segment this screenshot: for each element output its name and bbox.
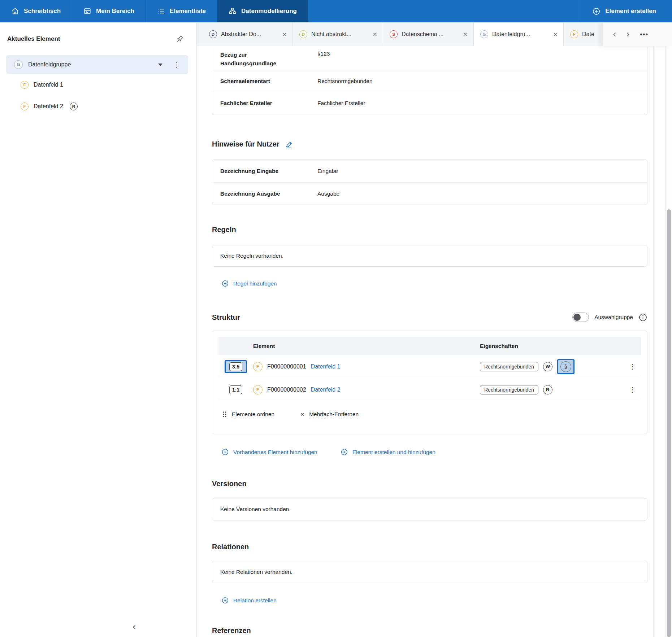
field-type-icon: F: [253, 385, 263, 394]
table-row: Bezeichnung Eingabe Eingabe: [212, 160, 647, 183]
kebab-menu-icon[interactable]: ⋮: [629, 386, 636, 393]
section-heading-hinweise: Hinweise für Nutzer: [212, 139, 647, 149]
paragraph-badge: §: [560, 361, 571, 372]
order-elements-label: Elemente ordnen: [232, 411, 274, 418]
auswahlgruppe-toggle-group: Auswahlgruppe: [572, 313, 647, 322]
create-and-add-label: Element erstellen und hinzufügen: [352, 449, 435, 455]
scrollbar-thumb[interactable]: [667, 209, 671, 637]
property-value: Eingabe: [317, 168, 338, 174]
table-row: 3:5 F F00000000001 Datenfeld 1 Rechtsnor…: [218, 355, 641, 378]
sidebar-item-datenfeld-1[interactable]: F Datenfeld 1: [21, 81, 63, 89]
multiplicity-highlight[interactable]: 3:5: [225, 360, 247, 373]
tree-item-label: Datenfeld 1: [34, 82, 63, 88]
workspace-icon: [83, 7, 91, 15]
tab-content: Bezug zur Handlungsgrundlage §123 Schema…: [197, 47, 654, 637]
close-icon[interactable]: ×: [282, 31, 287, 38]
element-cell: F F00000000001 Datenfeld 1: [253, 362, 480, 371]
field-type-icon: F: [21, 102, 29, 110]
property-value: §123: [317, 51, 330, 57]
auswahlgruppe-toggle[interactable]: [572, 313, 589, 322]
multi-remove-button[interactable]: × Mehrfach-Entfernen: [300, 411, 359, 418]
property-label: Schemaelementart: [220, 77, 317, 86]
create-element-label: Element erstellen: [605, 8, 656, 15]
tab-abstrakter-do[interactable]: D Abstrakter Do... ×: [203, 22, 293, 46]
order-elements-button[interactable]: Elemente ordnen: [222, 411, 274, 418]
tabs-scroll-right-icon[interactable]: ›: [627, 30, 630, 39]
tab-strip: D Abstrakter Do... × D Nicht abstrakt...…: [197, 22, 672, 46]
regeln-empty-box: Keine Regeln vorhanden.: [212, 245, 647, 267]
row-actions-cell: ⋮: [624, 363, 641, 370]
element-link[interactable]: Datenfeld 2: [311, 387, 341, 393]
vertical-scrollbar[interactable]: [666, 47, 672, 637]
list-icon: [157, 7, 165, 15]
section-title: Relationen: [212, 542, 249, 552]
section-title: Referenzen: [212, 625, 251, 636]
section-title: Versionen: [212, 479, 247, 489]
paragraph-badge-highlight[interactable]: §: [557, 359, 575, 374]
circle-plus-icon: [221, 597, 229, 604]
tab-nicht-abstrakt[interactable]: D Nicht abstrakt... ×: [293, 22, 383, 46]
element-link[interactable]: Datenfeld 1: [311, 363, 341, 370]
multiplicity-badge: 1:1: [229, 385, 242, 394]
property-value: Fachlicher Ersteller: [317, 100, 365, 106]
section-heading-referenzen: Referenzen: [212, 625, 647, 636]
struktur-footer: Elemente ordnen × Mehrfach-Entfernen: [218, 401, 641, 418]
tabs-scroll-left-icon[interactable]: ‹: [613, 30, 616, 39]
chevron-down-icon[interactable]: [158, 64, 162, 66]
nav-item-datenmodellierung[interactable]: Datenmodellierung: [217, 0, 308, 22]
tree-item-label: Datenfeld 2: [34, 103, 63, 110]
tab-datenfeld-cut[interactable]: F Date: [564, 22, 604, 46]
top-navigation: Schreibtisch Mein Bereich Elementliste D…: [0, 0, 672, 22]
struktur-table-header: Element Eigenschaften: [218, 337, 641, 355]
nav-label: Datenmodellierung: [241, 8, 297, 15]
pin-icon[interactable]: [175, 35, 184, 44]
tabs-overflow-icon[interactable]: •••: [640, 30, 648, 38]
add-existing-element-button[interactable]: Vorhandenes Element hinzufügen: [212, 448, 317, 456]
close-icon[interactable]: ×: [553, 31, 558, 38]
properties-table: Bezug zur Handlungsgrundlage §123 Schema…: [212, 47, 647, 115]
section-title: Hinweise für Nutzer: [212, 139, 279, 149]
edit-pencil-icon[interactable]: [285, 140, 294, 148]
section-heading-versionen: Versionen: [212, 479, 647, 489]
table-row: Bezug zur Handlungsgrundlage §123: [212, 47, 647, 70]
multiplicity-cell: 1:1: [218, 385, 253, 394]
eigenschaften-cell: Rechtsnormgebunden W §: [480, 359, 624, 374]
multiplicity-cell: 3:5: [218, 360, 253, 373]
circle-plus-icon: [592, 7, 601, 16]
property-chip: Rechtsnormgebunden: [480, 362, 538, 371]
collapse-sidebar-button[interactable]: ‹: [132, 622, 136, 632]
sidebar-item-datenfeld-2[interactable]: F Datenfeld 2 R: [21, 102, 78, 110]
nav-item-elementliste[interactable]: Elementliste: [146, 0, 217, 22]
section-heading-struktur: Struktur: [212, 312, 240, 322]
create-relation-button[interactable]: Relation erstellen: [212, 597, 647, 604]
property-label: Bezug zur Handlungsgrundlage: [220, 51, 317, 68]
section-title: Struktur: [212, 312, 240, 322]
group-type-icon: G: [14, 60, 23, 69]
add-rule-button[interactable]: Regel hinzufügen: [212, 280, 647, 287]
field-type-icon: F: [21, 81, 29, 89]
create-relation-label: Relation erstellen: [233, 597, 277, 604]
nav-item-schreibtisch[interactable]: Schreibtisch: [0, 0, 72, 22]
sidebar-heading: Aktuelles Element: [7, 35, 60, 43]
w-badge: W: [543, 362, 552, 371]
create-element-button[interactable]: Element erstellen: [579, 0, 672, 22]
create-and-add-element-button[interactable]: Element erstellen und hinzufügen: [341, 448, 435, 456]
property-label: Bezeichnung Eingabe: [220, 167, 317, 175]
row-actions-cell: ⋮: [624, 386, 641, 393]
nav-item-mein-bereich[interactable]: Mein Bereich: [72, 0, 146, 22]
close-icon[interactable]: ×: [373, 31, 377, 38]
field-type-icon: F: [253, 362, 263, 371]
section-title: Regeln: [212, 224, 236, 235]
tab-datenfeldgruppe-active[interactable]: G Datenfeldgru... ×: [473, 22, 564, 46]
kebab-menu-icon[interactable]: ⋮: [629, 363, 636, 370]
tab-label: Datenfeldgru...: [492, 31, 549, 38]
nav-label: Schreibtisch: [24, 8, 61, 15]
close-icon[interactable]: ×: [463, 31, 467, 38]
toggle-knob: [573, 314, 581, 321]
kebab-menu-icon[interactable]: ⋮: [173, 61, 180, 68]
hinweise-table: Bezeichnung Eingabe Eingabe Bezeichnung …: [212, 160, 647, 205]
tab-datenschema[interactable]: S Datenschema ... ×: [383, 22, 473, 46]
info-icon[interactable]: [638, 313, 647, 322]
sidebar-item-datenfeldgruppe[interactable]: G Datenfeldgruppe ⋮: [6, 55, 188, 74]
multi-remove-label: Mehrfach-Entfernen: [309, 411, 359, 418]
